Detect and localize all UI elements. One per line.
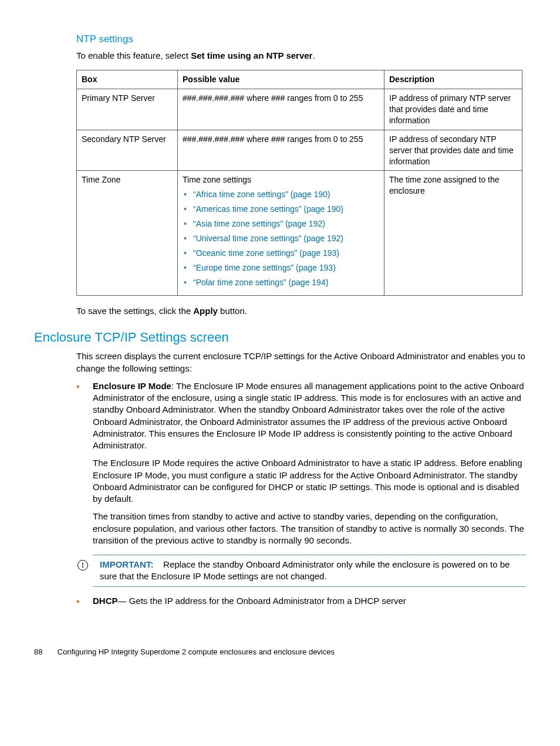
timezone-list: “Africa time zone settings” (page 190) “… — [183, 189, 379, 288]
text: — Gets the IP address for the Onboard Ad… — [118, 596, 406, 606]
table-header-row: Box Possible value Description — [77, 70, 522, 89]
link-text[interactable]: “Europe time zone settings” (page 193) — [193, 263, 336, 272]
save-note: To save the settings, click the Apply bu… — [76, 305, 526, 317]
cell-box: Primary NTP Server — [77, 89, 178, 130]
page-number: 88 — [34, 647, 55, 657]
link-text[interactable]: “Asia time zone settings” (page 192) — [193, 219, 325, 228]
tcp-intro: This screen displays the current enclosu… — [76, 350, 526, 374]
heading-ntp-settings: NTP settings — [76, 33, 526, 46]
table-row: Primary NTP Server ###.###.###.### where… — [77, 89, 522, 130]
important-note: ! IMPORTANT: Replace the standby Onboard… — [93, 555, 526, 587]
text: . — [312, 50, 315, 60]
list-item: “Polar time zone settings” (page 194) — [183, 277, 379, 288]
body-bullet-list: Enclosure IP Mode: The Enclosure IP Mode… — [76, 380, 526, 607]
list-item: “Oceanic time zone settings” (page 193) — [183, 248, 379, 259]
text-bold: Set time using an NTP server — [191, 50, 312, 60]
text-bold: Apply — [193, 306, 218, 316]
text: : The Enclosure IP Mode ensures all mana… — [93, 381, 524, 450]
important-text: IMPORTANT: Replace the standby Onboard A… — [100, 559, 526, 583]
list-item: “Europe time zone settings” (page 193) — [183, 262, 379, 274]
list-item: “Americas time zone settings” (page 190) — [183, 204, 379, 215]
text: button. — [218, 306, 247, 316]
term-label: Enclosure IP Mode — [93, 381, 171, 391]
text: Replace the standby Onboard Administrato… — [100, 559, 510, 581]
page-footer: 88 Configuring HP Integrity Superdome 2 … — [34, 647, 335, 657]
list-item: “Asia time zone settings” (page 192) — [183, 218, 379, 229]
table-row: Secondary NTP Server ###.###.###.### whe… — [77, 130, 522, 171]
paragraph: Enclosure IP Mode: The Enclosure IP Mode… — [93, 380, 526, 452]
cell-box: Secondary NTP Server — [77, 130, 178, 171]
th-box: Box — [77, 70, 178, 89]
list-item: DHCP— Gets the IP address for the Onboar… — [76, 595, 526, 607]
important-icon: ! — [77, 560, 88, 571]
text: To save the settings, click the — [76, 306, 193, 316]
ntp-intro: To enable this feature, select Set time … — [76, 50, 526, 62]
cell-desc: The time zone assigned to the enclosure — [384, 171, 522, 295]
list-item: Enclosure IP Mode: The Enclosure IP Mode… — [76, 380, 526, 587]
th-value: Possible value — [178, 70, 384, 89]
link-text[interactable]: “Polar time zone settings” (page 194) — [193, 278, 328, 287]
ntp-table: Box Possible value Description Primary N… — [76, 70, 522, 295]
cell-box: Time Zone — [77, 171, 178, 295]
link-text[interactable]: “Africa time zone settings” (page 190) — [193, 190, 330, 199]
cell-value: Time zone settings “Africa time zone set… — [178, 171, 384, 295]
text: Time zone settings — [183, 175, 251, 184]
cell-value: ###.###.###.### where ### ranges from 0 … — [178, 130, 384, 171]
list-item: “Africa time zone settings” (page 190) — [183, 189, 379, 200]
term-label: DHCP — [93, 596, 118, 606]
text: To enable this feature, select — [76, 50, 191, 60]
table-row: Time Zone Time zone settings “Africa tim… — [77, 171, 522, 295]
cell-desc: IP address of secondary NTP server that … — [384, 130, 522, 171]
paragraph: The Enclosure IP Mode requires the activ… — [93, 457, 526, 505]
link-text[interactable]: “Oceanic time zone settings” (page 193) — [193, 248, 339, 258]
paragraph: The transition times from standby to act… — [93, 511, 526, 546]
heading-tcpip: Enclosure TCP/IP Settings screen — [34, 329, 526, 346]
list-item: “Universal time zone settings” (page 192… — [183, 233, 379, 244]
important-label: IMPORTANT: — [100, 559, 153, 569]
paragraph: DHCP— Gets the IP address for the Onboar… — [93, 595, 526, 607]
cell-value: ###.###.###.### where ### ranges from 0 … — [178, 89, 384, 130]
th-description: Description — [384, 70, 522, 89]
footer-text: Configuring HP Integrity Superdome 2 com… — [58, 647, 335, 656]
link-text[interactable]: “Americas time zone settings” (page 190) — [193, 204, 343, 214]
cell-desc: IP address of primary NTP server that pr… — [384, 89, 522, 130]
link-text[interactable]: “Universal time zone settings” (page 192… — [193, 234, 343, 243]
document-page: NTP settings To enable this feature, sel… — [0, 0, 560, 681]
